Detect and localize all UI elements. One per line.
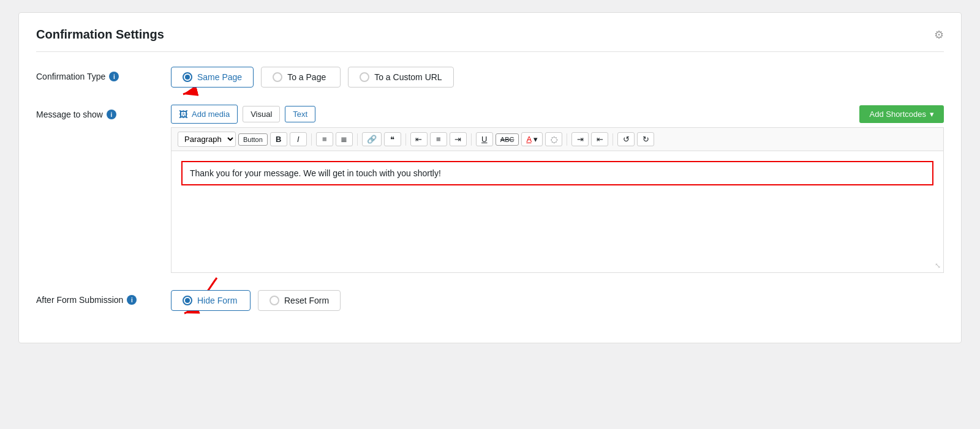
button-style-btn[interactable]: Button bbox=[238, 133, 268, 146]
radio-to-a-page-label: To a Page bbox=[287, 72, 326, 82]
radio-same-page-label: Same Page bbox=[197, 72, 242, 82]
gear-icon[interactable]: ⚙ bbox=[934, 28, 944, 42]
radio-circle-hide-form bbox=[183, 296, 192, 305]
radio-circle-to-a-page bbox=[273, 72, 282, 82]
after-form-submission-info-icon[interactable]: i bbox=[127, 295, 137, 305]
outdent-button[interactable]: ⇤ bbox=[591, 132, 608, 146]
radio-reset-form[interactable]: Reset Form bbox=[258, 290, 341, 311]
radio-circle-to-a-custom-url bbox=[360, 72, 369, 82]
text-tab-button[interactable]: Text bbox=[285, 106, 315, 122]
toolbar-sep-6 bbox=[612, 133, 613, 146]
clear-format-button[interactable]: ◌ bbox=[545, 132, 562, 146]
confirmation-type-info-icon[interactable]: i bbox=[109, 72, 119, 81]
radio-to-a-custom-url-label: To a Custom URL bbox=[374, 72, 442, 82]
ordered-list-button[interactable]: ≣ bbox=[336, 132, 353, 146]
radio-reset-form-label: Reset Form bbox=[284, 296, 329, 305]
message-to-show-content: 🖼 Add media Visual Text Add Shortcodes ▾ bbox=[171, 105, 944, 273]
message-to-show-row: Message to show i 🖼 Add media Visual Tex… bbox=[36, 105, 944, 273]
after-form-submission-content: Hide Form Reset Form bbox=[171, 290, 944, 311]
radio-same-page[interactable]: Same Page bbox=[171, 67, 254, 88]
editor-content-box: Thank you for your message. We will get … bbox=[181, 161, 933, 185]
add-shortcodes-button[interactable]: Add Shortcodes ▾ bbox=[859, 105, 944, 123]
message-toolbar-top: 🖼 Add media Visual Text Add Shortcodes ▾ bbox=[171, 105, 944, 124]
add-media-button[interactable]: 🖼 Add media bbox=[171, 105, 238, 124]
paragraph-select[interactable]: Paragraph bbox=[178, 132, 236, 147]
italic-button[interactable]: I bbox=[290, 132, 307, 146]
resize-handle[interactable]: ⤡ bbox=[935, 261, 941, 270]
message-to-show-info-icon[interactable]: i bbox=[107, 110, 116, 119]
toolbar-sep-1 bbox=[311, 133, 312, 146]
underline-button[interactable]: U bbox=[476, 132, 493, 146]
radio-to-a-custom-url[interactable]: To a Custom URL bbox=[348, 67, 453, 88]
confirmation-type-radio-group: Same Page To a Page To a Custom URL bbox=[171, 67, 944, 88]
radio-hide-form[interactable]: Hide Form bbox=[171, 290, 251, 311]
chevron-down-icon: ▾ bbox=[930, 110, 934, 119]
confirmation-type-options: Same Page To a Page To a Custom URL bbox=[171, 67, 944, 88]
undo-button[interactable]: ↺ bbox=[617, 132, 635, 146]
toolbar-sep-5 bbox=[567, 133, 567, 146]
editor-area[interactable]: Thank you for your message. We will get … bbox=[171, 151, 944, 273]
align-center-button[interactable]: ≡ bbox=[430, 132, 447, 146]
text-color-button[interactable]: A ▾ bbox=[521, 132, 543, 146]
visual-tab-button[interactable]: Visual bbox=[243, 106, 280, 122]
align-left-button[interactable]: ⇤ bbox=[410, 132, 428, 146]
radio-to-a-page[interactable]: To a Page bbox=[261, 67, 341, 88]
confirmation-type-row: Confirmation Type i Same Page To a Page … bbox=[36, 67, 944, 88]
unordered-list-button[interactable]: ≡ bbox=[316, 132, 333, 146]
redo-button[interactable]: ↻ bbox=[637, 132, 654, 146]
add-media-icon: 🖼 bbox=[179, 109, 188, 119]
editor-toolbar: Paragraph Button B I ≡ ≣ 🔗 ❝ ⇤ ≡ ⇥ U ABC… bbox=[171, 127, 944, 151]
panel-header: Confirmation Settings ⚙ bbox=[36, 28, 944, 42]
align-right-button[interactable]: ⇥ bbox=[450, 132, 467, 146]
toolbar-sep-4 bbox=[471, 133, 472, 146]
link-button[interactable]: 🔗 bbox=[362, 132, 382, 146]
editor-content-text: Thank you for your message. We will get … bbox=[190, 168, 441, 178]
confirmation-settings-panel: Confirmation Settings ⚙ Confirmation Typ… bbox=[18, 12, 962, 343]
confirmation-type-label: Confirmation Type i bbox=[36, 67, 171, 81]
after-form-submission-row: After Form Submission i Hide Form Reset … bbox=[36, 290, 944, 311]
after-form-submission-radio-group: Hide Form Reset Form bbox=[171, 290, 944, 311]
strikethrough-button[interactable]: ABC bbox=[496, 133, 519, 146]
page-title: Confirmation Settings bbox=[36, 28, 164, 42]
blockquote-button[interactable]: ❝ bbox=[384, 132, 401, 146]
header-divider bbox=[36, 51, 944, 52]
after-form-submission-label: After Form Submission i bbox=[36, 290, 171, 305]
radio-circle-reset-form bbox=[270, 296, 279, 305]
toolbar-sep-3 bbox=[405, 133, 406, 146]
radio-circle-same-page bbox=[183, 72, 192, 82]
bold-button[interactable]: B bbox=[270, 132, 287, 146]
radio-hide-form-label: Hide Form bbox=[197, 296, 237, 305]
indent-button[interactable]: ⇥ bbox=[571, 132, 589, 146]
toolbar-sep-2 bbox=[357, 133, 358, 146]
message-to-show-label: Message to show i bbox=[36, 105, 171, 119]
toolbar-left: 🖼 Add media Visual Text bbox=[171, 105, 315, 124]
